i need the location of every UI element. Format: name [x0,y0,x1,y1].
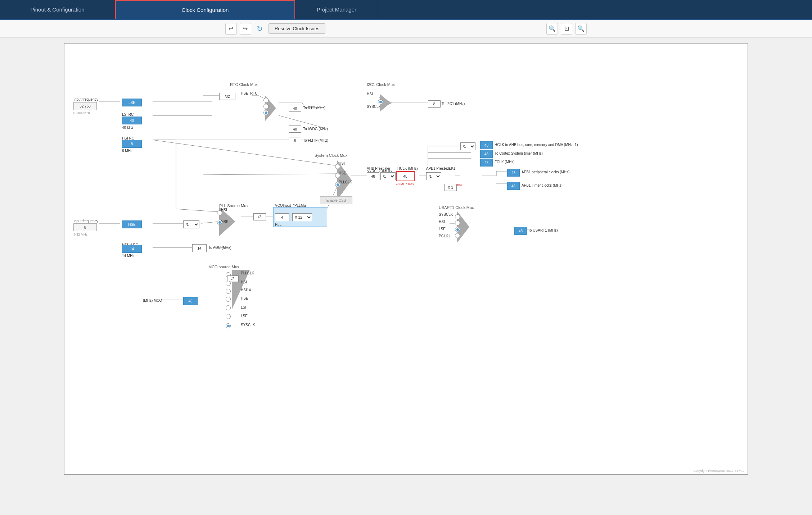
i2c1-mux-radio[interactable] [378,99,383,104]
zoom-in-button[interactable]: 🔍 [546,23,558,35]
usart1-radio-pclk1[interactable] [455,233,460,238]
mco-sysclk-label: SYSCLK [241,323,255,327]
svg-line-17 [176,209,219,212]
mco-radio-hsi14[interactable] [226,289,231,294]
redo-button[interactable]: ↪ [240,23,251,35]
hclk-max: 48 MHz max [396,182,414,186]
hse-rtc-label: HSE_RTC [241,91,258,95]
svg-line-26 [203,174,338,175]
hsi-freq: 8 MHz [122,149,132,153]
input-freq2-range: 4-32 MHz [73,233,87,236]
enable-css-btn[interactable]: Enable CSS [320,196,352,204]
pll-mul-select[interactable]: X 12 [292,213,312,221]
vco-input-label: VCOInput [275,204,291,208]
iwdg-output-val: 40 [289,126,301,133]
hsi14-value[interactable]: 14 [122,245,142,253]
nav-extra[interactable] [378,0,522,19]
x1-box: X 1 [444,184,457,191]
usart1-output-val: 48 [514,227,527,235]
ahb-val-box: 48 [367,172,379,180]
pll-mul-label-text: *PLLMul [293,204,307,208]
nav-project-manager[interactable]: Project Manager [295,0,378,19]
nav-clock-config[interactable]: Clock Configuration [115,0,295,19]
fit-button[interactable]: ⊡ [561,23,572,35]
apb1-div-select[interactable]: /1 [426,172,441,180]
sys-mux-pllclk: PLLCLK [339,180,352,184]
apb1-timer-label: APB1 Timer clocks (MHz) [522,183,563,187]
input-freq2-label: Input frequency [73,219,98,223]
adc-input-val: 14 [192,244,207,252]
mco-radio-lse[interactable] [226,314,231,319]
pll-source-radio-hsi[interactable] [217,210,222,215]
mco-radio-sysclk[interactable] [226,323,231,328]
rtc-out-label: To RTC (KHz) [303,106,325,110]
lse-box[interactable]: LSE [122,99,142,106]
mco-val-box: 48 [183,297,198,305]
hsi14-freq: 14 MHz [122,254,134,258]
pll-label: PLL [275,223,281,227]
hclk-div1-select[interactable]: /1 [460,142,475,150]
i2c1-output-val: 8 [428,100,441,108]
clock-diagram: RTC Clock Mux I2C1 Clock Mux PLL Source … [64,43,748,475]
svg-line-25 [153,140,338,166]
hse-box[interactable]: HSE [122,220,142,228]
pll-div2-box: /2 [253,213,266,220]
cortex-timer-label: To Cortex System timer (MHz) [495,151,543,155]
sys-mux-radio-hse[interactable] [335,173,340,178]
input-freq1-range: 0-1000 KHz [73,111,91,115]
apb1-periph-val: 48 [507,169,520,177]
nav-pinout[interactable]: Pinout & Configuration [0,0,115,19]
pll-source-radio-hse[interactable] [217,220,222,225]
sys-mux-radio-pllclk[interactable] [335,182,340,187]
fclk-label: FCLK (MHz) [495,160,515,164]
rtc-output-val: 40 [289,105,301,112]
mco-out-label: (MHz) MCO [143,298,162,302]
vco-input-val[interactable]: 4 [275,213,289,221]
undo-button[interactable]: ↩ [225,23,237,35]
mco-radio-hse[interactable] [226,297,231,302]
mco-pllclk: PLLCLK [241,271,254,275]
rtc-mux-radio-1[interactable] [263,98,269,103]
usart1-pclk1: PCLK1 [439,234,450,238]
input-freq2-value[interactable]: 8 [73,223,97,231]
mco-source-label: MCO source Mux [208,265,239,269]
mco-radio-hsi[interactable] [226,281,231,286]
hclk-label: HCLK (MHz) [397,167,418,170]
mco-hsi-label: HSI [241,280,247,284]
cortex-timer-val: 48 [480,150,493,158]
pll-hse-label: HSE [221,220,229,224]
hclk-val-box[interactable]: 48 [396,171,415,181]
fclk-val: 48 [480,159,493,167]
flitf-output-val: 8 [289,137,301,144]
svg-line-14 [201,222,219,223]
refresh-button[interactable]: ↻ [254,23,266,35]
apb1-timer-val: 48 [507,182,520,190]
mco-lse-label: LSE [241,314,248,318]
i2c1-out-label: To I2C1 (MHz) [442,102,465,106]
hsi-value[interactable]: 8 [122,140,142,148]
toolbar: ↩ ↪ ↻ Resolve Clock Issues 🔍 ⊡ 🔍 [0,20,812,38]
resolve-clock-issues-button[interactable]: Resolve Clock Issues [269,23,325,34]
lsi-freq: 40 kHz [122,126,133,129]
zoom-out-button[interactable]: 🔍 [575,23,587,35]
i2c1-hsi-label: HSI [367,92,373,96]
mco-radio-lsi[interactable] [226,305,231,310]
rtc-mux-radio-3[interactable] [263,110,269,115]
usart1-radio-lse[interactable] [455,227,460,232]
hclk-ahb-label: HCLK to AHB bus, core, memory and DMA (M… [495,143,578,147]
system-clock-label: System Clock Mux [315,153,347,158]
hse-div-select[interactable]: /1 [183,220,199,228]
rtc-mux-label: RTC Clock Mux [230,82,258,87]
pll-hsi-label: HSI [221,208,227,212]
sys-mux-radio-hsi[interactable] [335,164,340,169]
usart1-radio-sysclk[interactable] [455,214,460,219]
ahb-div-select[interactable]: /1 [380,172,396,180]
usart1-lse: LSE [439,227,446,231]
adc-out-label: To ADC (MHz) [208,246,231,250]
input-freq1-value[interactable]: 32.768 [73,102,97,110]
flitf-out-label: To FLITF (MHz) [303,138,328,142]
usart1-radio-hsi[interactable] [455,220,460,225]
lsi-value[interactable]: 40 [122,117,142,124]
rtc-mux-radio-2[interactable] [263,104,269,109]
mco-hse-label: HSE [241,296,248,300]
